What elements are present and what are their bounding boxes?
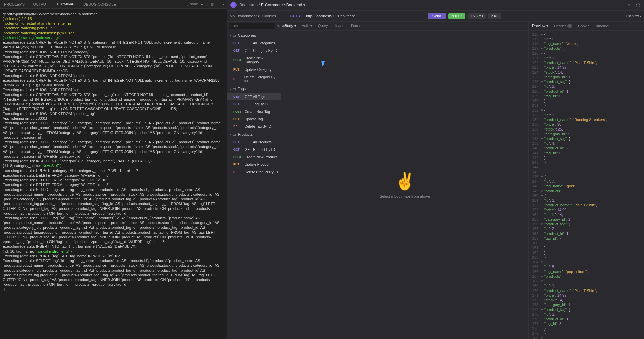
gear-icon[interactable]: ⚙ (626, 2, 632, 8)
request-item[interactable]: GETGET Product By ID (227, 146, 281, 153)
tab-cookie[interactable]: Cookie (578, 24, 589, 28)
method-label: PUT (233, 117, 243, 121)
vscode-tabs: PROBLEMS OUTPUT TERMINAL DEBUG CONSOLE ▯… (0, 0, 227, 9)
folder-icon: ▸ 🗀 (230, 87, 236, 91)
sidebar: ⇅ ⊕▾ ▸ 🗀 CategoriesGETGET All Categories… (227, 22, 281, 339)
insomnia-logo-icon (230, 2, 237, 8)
history-select[interactable]: Just Now ▾ (625, 14, 641, 18)
tab-query[interactable]: Query (318, 24, 328, 28)
request-name: Create New Product (245, 155, 277, 159)
terminal-output[interactable]: geoffreyjohnson@M1 e-commerce-back-end %… (0, 9, 227, 339)
tab-auth[interactable]: Auth ▾ (302, 24, 313, 28)
request-bar: No Environment ▾ Cookies GET ▾ Send 200 … (227, 11, 644, 22)
send-button[interactable]: Send (428, 13, 446, 19)
folder-categories[interactable]: ▸ 🗀 Categories (227, 31, 281, 39)
request-name: Create New Tag (245, 109, 270, 114)
method-select[interactable]: GET ▾ (288, 14, 303, 18)
method-label: DEL (233, 125, 243, 128)
trash-icon[interactable]: 🗑 (210, 2, 214, 6)
insomnia-panel: Bootcamp / E-Commerce-Backend ▾ ⚙ ◯ No E… (227, 0, 644, 339)
request-item[interactable]: POSTCreate New Tag (227, 108, 281, 115)
empty-body-message: Select a body type from above (380, 194, 430, 198)
folder-tags[interactable]: ▸ 🗀 Tags (227, 85, 281, 93)
request-name: Update Category (245, 67, 271, 72)
method-label: GET (233, 148, 243, 151)
method-label: GET (233, 95, 243, 98)
status-badge: 200 OK (448, 13, 465, 19)
request-panel: Body ▾Auth ▾QueryHeaderDocs ✌ Select a b… (281, 22, 529, 339)
terminal-launcher[interactable]: ▯ node (187, 2, 198, 6)
plus-icon[interactable]: + (201, 2, 203, 6)
method-label: POST (233, 110, 243, 113)
response-panel: Preview ▾Header 7CookieTimeline 116▾ {11… (529, 22, 644, 339)
request-name: Delete Product By ID (245, 170, 278, 174)
split-icon[interactable]: ▯ (206, 2, 208, 6)
request-name: Delete Category By ID (244, 75, 278, 83)
sort-icon[interactable]: ⇅ (277, 24, 280, 28)
tab-terminal[interactable]: TERMINAL (52, 0, 79, 8)
request-item[interactable]: GETGET All Categories (227, 39, 281, 47)
request-item[interactable]: GETGET All Products (227, 138, 281, 146)
request-item[interactable]: POSTCreate New Category (227, 54, 281, 66)
request-name: GET All Products (245, 140, 272, 144)
folder-icon: ▸ 🗀 (230, 34, 236, 37)
request-name: Delete Tag By ID (245, 124, 271, 128)
breadcrumb[interactable]: Bootcamp / E-Commerce-Backend ▾ (239, 3, 305, 7)
request-name: GET Tag By ID (245, 102, 268, 106)
method-label: POST (233, 58, 243, 62)
request-name: GET All Categories (245, 41, 275, 45)
request-item[interactable]: DELDelete Category By ID (227, 73, 281, 85)
tab-output[interactable]: OUTPUT (29, 0, 52, 8)
tab-docs[interactable]: Docs (351, 24, 360, 28)
top-bar: Bootcamp / E-Commerce-Backend ▾ ⚙ ◯ (227, 0, 644, 11)
request-tabs: Body ▾Auth ▾QueryHeaderDocs (281, 22, 528, 31)
request-item[interactable]: GETGET Tag By ID (227, 100, 281, 108)
request-item[interactable]: DELDelete Tag By ID (227, 123, 281, 130)
json-preview[interactable]: 116▾ {117 "id": 6,118 "tag_name": "white… (529, 31, 644, 339)
method-label: DEL (233, 170, 243, 174)
response-tabs: Preview ▾Header 7CookieTimeline (529, 22, 644, 31)
tab-header[interactable]: Header 7 (554, 24, 572, 28)
close-icon[interactable]: × (223, 2, 225, 6)
method-label: DEL (233, 77, 242, 81)
request-name: Create New Category (245, 56, 278, 64)
request-item[interactable]: PUTUpdate Product (227, 161, 281, 168)
user-icon[interactable]: ◯ (635, 2, 641, 8)
method-label: GET (233, 49, 243, 52)
time-badge: 15.3 ms (468, 13, 486, 19)
tab-preview[interactable]: Preview ▾ (532, 24, 548, 28)
request-name: Update Tag (245, 117, 263, 121)
url-input[interactable] (305, 13, 425, 19)
request-name: GET Product By ID (245, 147, 275, 152)
method-label: GET (233, 41, 243, 45)
method-label: GET (233, 102, 243, 106)
request-item[interactable]: GETGET Category By ID (227, 47, 281, 54)
request-name: Update Product (245, 162, 269, 166)
tab-body[interactable]: Body ▾ (285, 24, 296, 28)
request-item[interactable]: GETGET All Tags (227, 93, 281, 100)
method-label: GET (233, 140, 243, 144)
request-name: GET All Tags (245, 95, 265, 99)
request-item[interactable]: POSTCreate New Product (227, 153, 281, 161)
tab-problems[interactable]: PROBLEMS (0, 0, 29, 8)
request-name: GET Category By ID (245, 48, 277, 53)
tab-timeline[interactable]: Timeline (595, 24, 609, 28)
chevron-down-icon[interactable]: ⌄ (217, 2, 220, 6)
cookies-link[interactable]: Cookies (262, 14, 276, 18)
folder-icon: ▸ 🗀 (230, 133, 236, 136)
request-item[interactable]: DELDelete Product By ID (227, 168, 281, 176)
tab-debug-console[interactable]: DEBUG CONSOLE (79, 0, 120, 8)
request-item[interactable]: PUTUpdate Tag (227, 115, 281, 123)
tab-header[interactable]: Header (334, 24, 346, 28)
vscode-panel: PROBLEMS OUTPUT TERMINAL DEBUG CONSOLE ▯… (0, 0, 227, 339)
environment-select[interactable]: No Environment ▾ (230, 14, 260, 18)
method-label: PUT (233, 163, 243, 166)
method-label: PUT (233, 68, 243, 71)
size-badge: 2 KB (488, 13, 501, 19)
hand-icon: ✌ (395, 171, 416, 191)
request-item[interactable]: PUTUpdate Category (227, 66, 281, 73)
method-label: POST (233, 155, 243, 159)
filter-input[interactable] (229, 23, 275, 29)
folder-products[interactable]: ▸ 🗀 Products (227, 130, 281, 138)
